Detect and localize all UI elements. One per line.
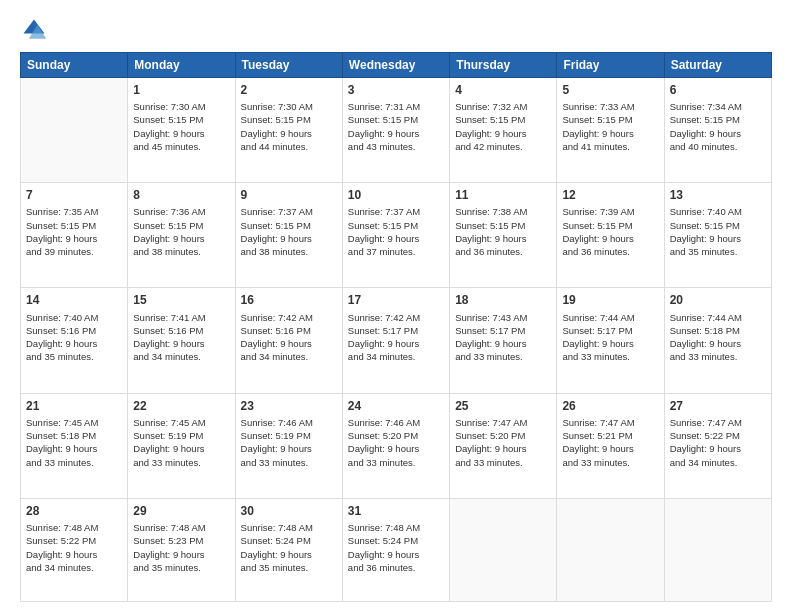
day-info: Sunrise: 7:40 AM Sunset: 5:16 PM Dayligh… <box>26 311 122 364</box>
weekday-header-wednesday: Wednesday <box>342 53 449 78</box>
calendar-cell: 28Sunrise: 7:48 AM Sunset: 5:22 PM Dayli… <box>21 498 128 601</box>
day-info: Sunrise: 7:31 AM Sunset: 5:15 PM Dayligh… <box>348 100 444 153</box>
day-info: Sunrise: 7:46 AM Sunset: 5:19 PM Dayligh… <box>241 416 337 469</box>
day-info: Sunrise: 7:37 AM Sunset: 5:15 PM Dayligh… <box>348 205 444 258</box>
calendar-cell: 27Sunrise: 7:47 AM Sunset: 5:22 PM Dayli… <box>664 393 771 498</box>
day-info: Sunrise: 7:48 AM Sunset: 5:22 PM Dayligh… <box>26 521 122 574</box>
week-row-2: 7Sunrise: 7:35 AM Sunset: 5:15 PM Daylig… <box>21 183 772 288</box>
calendar-cell: 7Sunrise: 7:35 AM Sunset: 5:15 PM Daylig… <box>21 183 128 288</box>
weekday-header-friday: Friday <box>557 53 664 78</box>
day-number: 5 <box>562 82 658 98</box>
day-info: Sunrise: 7:47 AM Sunset: 5:21 PM Dayligh… <box>562 416 658 469</box>
day-number: 19 <box>562 292 658 308</box>
day-number: 6 <box>670 82 766 98</box>
day-number: 8 <box>133 187 229 203</box>
calendar-cell <box>664 498 771 601</box>
day-number: 11 <box>455 187 551 203</box>
page: SundayMondayTuesdayWednesdayThursdayFrid… <box>0 0 792 612</box>
calendar-cell: 2Sunrise: 7:30 AM Sunset: 5:15 PM Daylig… <box>235 78 342 183</box>
calendar-cell: 3Sunrise: 7:31 AM Sunset: 5:15 PM Daylig… <box>342 78 449 183</box>
calendar-cell: 14Sunrise: 7:40 AM Sunset: 5:16 PM Dayli… <box>21 288 128 393</box>
calendar-cell: 15Sunrise: 7:41 AM Sunset: 5:16 PM Dayli… <box>128 288 235 393</box>
day-number: 20 <box>670 292 766 308</box>
day-info: Sunrise: 7:42 AM Sunset: 5:17 PM Dayligh… <box>348 311 444 364</box>
day-number: 17 <box>348 292 444 308</box>
calendar-cell: 29Sunrise: 7:48 AM Sunset: 5:23 PM Dayli… <box>128 498 235 601</box>
logo-icon <box>20 16 48 44</box>
calendar-cell: 31Sunrise: 7:48 AM Sunset: 5:24 PM Dayli… <box>342 498 449 601</box>
day-number: 29 <box>133 503 229 519</box>
week-row-4: 21Sunrise: 7:45 AM Sunset: 5:18 PM Dayli… <box>21 393 772 498</box>
day-info: Sunrise: 7:41 AM Sunset: 5:16 PM Dayligh… <box>133 311 229 364</box>
day-info: Sunrise: 7:44 AM Sunset: 5:18 PM Dayligh… <box>670 311 766 364</box>
calendar-cell: 22Sunrise: 7:45 AM Sunset: 5:19 PM Dayli… <box>128 393 235 498</box>
day-info: Sunrise: 7:42 AM Sunset: 5:16 PM Dayligh… <box>241 311 337 364</box>
day-number: 27 <box>670 398 766 414</box>
day-info: Sunrise: 7:47 AM Sunset: 5:22 PM Dayligh… <box>670 416 766 469</box>
day-info: Sunrise: 7:35 AM Sunset: 5:15 PM Dayligh… <box>26 205 122 258</box>
calendar-cell: 26Sunrise: 7:47 AM Sunset: 5:21 PM Dayli… <box>557 393 664 498</box>
day-info: Sunrise: 7:48 AM Sunset: 5:24 PM Dayligh… <box>348 521 444 574</box>
day-info: Sunrise: 7:33 AM Sunset: 5:15 PM Dayligh… <box>562 100 658 153</box>
calendar-cell: 5Sunrise: 7:33 AM Sunset: 5:15 PM Daylig… <box>557 78 664 183</box>
calendar-cell: 4Sunrise: 7:32 AM Sunset: 5:15 PM Daylig… <box>450 78 557 183</box>
calendar-cell: 8Sunrise: 7:36 AM Sunset: 5:15 PM Daylig… <box>128 183 235 288</box>
calendar-cell: 16Sunrise: 7:42 AM Sunset: 5:16 PM Dayli… <box>235 288 342 393</box>
calendar-cell <box>21 78 128 183</box>
day-number: 10 <box>348 187 444 203</box>
weekday-header-sunday: Sunday <box>21 53 128 78</box>
day-info: Sunrise: 7:30 AM Sunset: 5:15 PM Dayligh… <box>133 100 229 153</box>
day-number: 1 <box>133 82 229 98</box>
day-number: 30 <box>241 503 337 519</box>
calendar-cell: 12Sunrise: 7:39 AM Sunset: 5:15 PM Dayli… <box>557 183 664 288</box>
day-number: 26 <box>562 398 658 414</box>
week-row-3: 14Sunrise: 7:40 AM Sunset: 5:16 PM Dayli… <box>21 288 772 393</box>
day-info: Sunrise: 7:48 AM Sunset: 5:23 PM Dayligh… <box>133 521 229 574</box>
day-number: 12 <box>562 187 658 203</box>
calendar-cell: 9Sunrise: 7:37 AM Sunset: 5:15 PM Daylig… <box>235 183 342 288</box>
weekday-header-thursday: Thursday <box>450 53 557 78</box>
week-row-1: 1Sunrise: 7:30 AM Sunset: 5:15 PM Daylig… <box>21 78 772 183</box>
calendar-cell: 30Sunrise: 7:48 AM Sunset: 5:24 PM Dayli… <box>235 498 342 601</box>
calendar-cell: 23Sunrise: 7:46 AM Sunset: 5:19 PM Dayli… <box>235 393 342 498</box>
calendar-cell: 18Sunrise: 7:43 AM Sunset: 5:17 PM Dayli… <box>450 288 557 393</box>
day-info: Sunrise: 7:43 AM Sunset: 5:17 PM Dayligh… <box>455 311 551 364</box>
day-info: Sunrise: 7:44 AM Sunset: 5:17 PM Dayligh… <box>562 311 658 364</box>
day-number: 22 <box>133 398 229 414</box>
day-number: 15 <box>133 292 229 308</box>
day-number: 21 <box>26 398 122 414</box>
day-number: 7 <box>26 187 122 203</box>
weekday-header-tuesday: Tuesday <box>235 53 342 78</box>
calendar-cell: 17Sunrise: 7:42 AM Sunset: 5:17 PM Dayli… <box>342 288 449 393</box>
day-info: Sunrise: 7:34 AM Sunset: 5:15 PM Dayligh… <box>670 100 766 153</box>
weekday-header-monday: Monday <box>128 53 235 78</box>
day-info: Sunrise: 7:47 AM Sunset: 5:20 PM Dayligh… <box>455 416 551 469</box>
day-number: 3 <box>348 82 444 98</box>
week-row-5: 28Sunrise: 7:48 AM Sunset: 5:22 PM Dayli… <box>21 498 772 601</box>
day-number: 25 <box>455 398 551 414</box>
day-number: 14 <box>26 292 122 308</box>
weekday-header-saturday: Saturday <box>664 53 771 78</box>
calendar-cell: 25Sunrise: 7:47 AM Sunset: 5:20 PM Dayli… <box>450 393 557 498</box>
day-info: Sunrise: 7:46 AM Sunset: 5:20 PM Dayligh… <box>348 416 444 469</box>
calendar-cell: 1Sunrise: 7:30 AM Sunset: 5:15 PM Daylig… <box>128 78 235 183</box>
day-number: 23 <box>241 398 337 414</box>
day-info: Sunrise: 7:30 AM Sunset: 5:15 PM Dayligh… <box>241 100 337 153</box>
calendar-cell: 20Sunrise: 7:44 AM Sunset: 5:18 PM Dayli… <box>664 288 771 393</box>
calendar-cell: 11Sunrise: 7:38 AM Sunset: 5:15 PM Dayli… <box>450 183 557 288</box>
day-info: Sunrise: 7:39 AM Sunset: 5:15 PM Dayligh… <box>562 205 658 258</box>
day-number: 24 <box>348 398 444 414</box>
day-number: 2 <box>241 82 337 98</box>
day-info: Sunrise: 7:37 AM Sunset: 5:15 PM Dayligh… <box>241 205 337 258</box>
day-info: Sunrise: 7:32 AM Sunset: 5:15 PM Dayligh… <box>455 100 551 153</box>
calendar-cell <box>450 498 557 601</box>
calendar-cell: 10Sunrise: 7:37 AM Sunset: 5:15 PM Dayli… <box>342 183 449 288</box>
calendar-cell: 6Sunrise: 7:34 AM Sunset: 5:15 PM Daylig… <box>664 78 771 183</box>
calendar-cell: 24Sunrise: 7:46 AM Sunset: 5:20 PM Dayli… <box>342 393 449 498</box>
calendar-cell: 19Sunrise: 7:44 AM Sunset: 5:17 PM Dayli… <box>557 288 664 393</box>
day-info: Sunrise: 7:36 AM Sunset: 5:15 PM Dayligh… <box>133 205 229 258</box>
header <box>20 16 772 44</box>
day-info: Sunrise: 7:48 AM Sunset: 5:24 PM Dayligh… <box>241 521 337 574</box>
day-number: 16 <box>241 292 337 308</box>
day-number: 4 <box>455 82 551 98</box>
